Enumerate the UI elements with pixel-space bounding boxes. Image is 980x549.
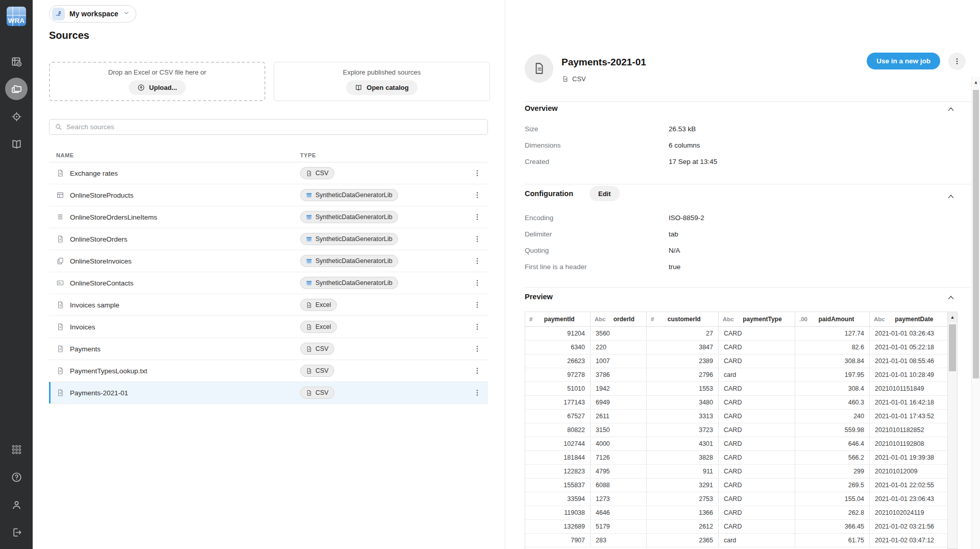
sidebar-item-catalog[interactable] [5,133,28,155]
scrollbar-thumb[interactable] [949,324,956,371]
preview-row: 6752726113313CARD2402021-01-01 17:43:52 [525,410,947,423]
type-badge: CSV [300,343,334,355]
sidebar-item-sources[interactable] [5,78,28,100]
source-row[interactable]: PaymentTypesLookup.txt CSV [49,360,488,382]
preview-cell: CARD [719,382,795,396]
field-value: 6 columns [669,141,700,149]
row-menu-kebab-icon[interactable] [473,300,482,309]
preview-cell: 2612 [647,520,719,534]
preview-cell: 3291 [647,479,719,492]
workspace-label: My workspace [69,10,118,18]
preview-cell: CARD [719,492,795,506]
field-label: Created [525,158,669,165]
source-name-cell: OnlineStoreContacts [49,279,300,287]
page-title: Sources [49,30,89,41]
preview-cell: 283 [591,534,647,547]
sidebar-item-profiling[interactable] [5,105,28,128]
library-table-icon [306,192,312,199]
collapse-chevron-icon[interactable] [946,192,955,201]
overview-section-title: Overview [525,104,558,112]
app-logo[interactable]: WRA [7,7,26,26]
preview-cell: 3847 [647,341,719,354]
field-value: tab [669,230,678,238]
preview-cell: 4795 [591,465,647,479]
upload-button[interactable]: Upload... [129,80,186,95]
type-badge-label: SyntheticDataGeneratorLib [315,279,393,287]
card-icon [56,279,64,287]
row-menu-kebab-icon[interactable] [473,366,482,375]
sources-list: Exchange rates CSV OnlineStoreProducts S… [49,162,488,404]
row-menu-kebab-icon[interactable] [473,212,482,222]
sidebar-item-account[interactable] [5,493,28,516]
sidebar-item-help[interactable] [5,466,28,488]
column-name: paymentDate [885,316,943,323]
preview-cell: 119038 [525,506,591,520]
preview-cell: CARD [719,341,795,354]
source-row[interactable]: OnlineStoreOrders SyntheticDataGenerator… [49,228,488,250]
source-row[interactable]: Invoices Excel [49,316,488,338]
column-type-glyph: Abc [723,316,734,322]
preview-cell: CARD [719,465,795,479]
preview-row: 15583760883291CARD269.52021-01-01 22:02:… [525,479,947,492]
row-menu-kebab-icon[interactable] [473,256,482,266]
preview-cell: 2021-01-02 03:47:12 [870,534,947,547]
preview-cell: 3786 [591,368,647,382]
workspace-icon [52,8,65,20]
source-name: OnlineStoreContacts [70,279,134,287]
preview-cell: 80822 [525,423,591,437]
source-name-cell: OnlineStoreProducts [49,191,300,199]
edit-configuration-button[interactable]: Edit [590,186,620,201]
preview-cell: 2389 [647,354,719,368]
scroll-up-arrow[interactable]: ▲ [948,312,957,322]
source-row[interactable]: Exchange rates CSV [49,162,488,184]
preview-cell: 2021-01-01 03:26:43 [870,327,947,341]
scrollbar-thumb[interactable] [973,90,979,378]
preview-row: 2662310072389CARD308.842021-01-01 08:55:… [525,354,947,368]
file-icon [532,62,546,75]
preview-cell: 2021-01-01 10:28:49 [870,368,947,382]
row-menu-kebab-icon[interactable] [473,190,482,200]
preview-cell: 5179 [591,520,647,534]
source-row[interactable]: Payments-2021-01 CSV [49,382,488,404]
preview-cell: CARD [719,410,795,423]
row-menu-kebab-icon[interactable] [473,344,482,353]
row-menu-kebab-icon[interactable] [473,234,482,244]
workspace-switcher[interactable]: My workspace [49,5,136,22]
sidebar-item-logout[interactable] [5,521,28,543]
upload-dropzone[interactable]: Drop an Excel or CSV file here or Upload… [49,62,265,101]
type-badge-label: CSV [315,389,329,396]
search-icon [55,123,62,131]
field-label: Delimiter [525,230,669,238]
preview-cell: 269.5 [795,479,870,492]
source-row[interactable]: OnlineStoreProducts SyntheticDataGenerat… [49,184,488,206]
sidebar-item-apps[interactable] [5,438,28,461]
divider [525,184,971,184]
source-row[interactable]: Invoices sample Excel [49,294,488,316]
row-menu-kebab-icon[interactable] [473,278,482,288]
row-menu-kebab-icon[interactable] [473,169,482,178]
source-name: PaymentTypesLookup.txt [70,367,148,375]
source-row[interactable]: OnlineStoreInvoices SyntheticDataGenerat… [49,250,488,272]
detail-menu-button[interactable] [948,53,966,70]
open-catalog-button[interactable]: Open catalog [346,80,417,95]
preview-cell: CARD [719,437,795,451]
preview-table-scrollbar[interactable]: ▲ [947,312,958,549]
source-row[interactable]: Payments CSV [49,338,488,360]
panel-scrollbar[interactable]: ▲ [971,77,980,549]
preview-header-row: #paymentIdAbcorderId#customerIdAbcpaymen… [525,312,947,327]
preview-cell: 132689 [525,520,591,534]
source-row[interactable]: OnlineStoreOrdersLineItems SyntheticData… [49,206,488,228]
type-badge: CSV [300,365,334,377]
sidebar-item-transforms[interactable] [5,50,28,73]
source-row[interactable]: OnlineStoreContacts SyntheticDataGenerat… [49,272,488,294]
row-menu-kebab-icon[interactable] [473,388,482,397]
source-name-cell: Invoices [49,323,300,331]
scroll-up-arrow[interactable]: ▲ [972,77,980,88]
search-input[interactable] [66,123,482,131]
collapse-chevron-icon[interactable] [946,105,955,114]
collapse-chevron-icon[interactable] [946,293,955,302]
use-in-new-job-button[interactable]: Use in a new job [867,53,940,69]
row-menu-kebab-icon[interactable] [473,322,482,331]
divider [525,101,971,102]
source-name-cell: Invoices sample [49,301,300,309]
